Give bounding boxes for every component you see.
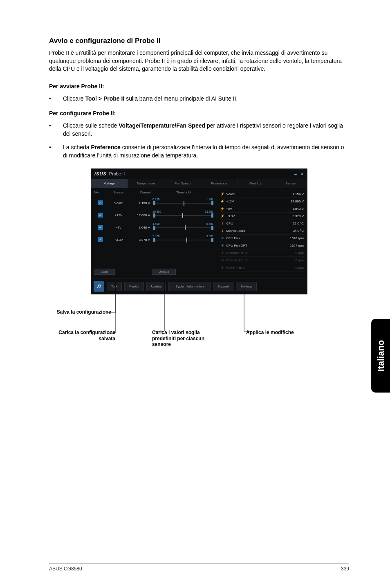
fan-icon: ✳ [220,236,224,240]
config-bullet-1: Cliccare sulle schede Voltage/Temperatur… [63,121,349,138]
tab-fan-speed[interactable]: Fan Speed [164,179,201,188]
monitor-button[interactable]: Monitor [124,282,144,291]
fan-icon: ✳ [220,244,224,247]
threshold-slider[interactable]: 2.970 3.631 [152,235,214,244]
threshold-slider[interactable]: 10.200 13.801 [152,211,214,220]
language-side-tab: Italiano [371,319,390,393]
tool-button[interactable]: Tool [107,282,122,291]
col-threshold: Threshold [152,191,214,194]
footer-page-number: 339 [341,566,349,572]
start-label: Per avviare Probe II: [49,83,349,90]
fan-icon: ✳ [220,251,224,255]
window-title: Probe II [109,171,125,176]
metric-row-disabled: ✳Chassis Fan 20 rpm [220,257,304,264]
bolt-icon: ⚡ [220,200,224,203]
brand-logo: /SUS [94,171,107,176]
probe-window: /SUS Probe II – × Voltage Temperature Fa… [91,168,307,294]
annotation-default: Carica i valori soglia predefiniti per c… [152,330,222,347]
metric-row-disabled: ✳Chassis Fan 10 rpm [220,249,304,257]
annotation-load: Carica la configurazione salvata [46,330,115,341]
metric-row: 🌡MotherBoard34.0 ºC [220,227,304,235]
fan-icon: ✳ [220,258,224,262]
bolt-icon: ⚡ [220,207,224,211]
bolt-icon: ⚡ [220,214,224,218]
config-bullet-2: La scheda Preference consente di persona… [63,143,349,160]
metric-row: ⚡Vcore1.154 V [220,191,304,198]
alert-checkbox[interactable]: ✓ [98,225,103,230]
col-alert: Alert [94,191,108,194]
sensor-row: ✓ +12V 12.000 V 10.200 13.801 [94,209,214,221]
metric-row: ✳CPU Fan1578 rpm [220,235,304,242]
alert-checkbox[interactable]: ✓ [98,213,103,218]
col-current: Current [130,191,152,194]
load-button[interactable]: Load [94,269,115,275]
metric-row: ✳CPU Fan OPT1367 rpm [220,242,304,249]
sensor-row: ✓ +3.3V 3.378 V 2.970 3.631 [94,233,214,246]
metric-row: ⚡+3.3V3.378 V [220,213,304,220]
bullet-dot: • [49,143,63,160]
bullet-dot: • [49,94,63,103]
annotation-apply: Applica le modifiche [246,330,295,335]
close-icon[interactable]: × [300,171,304,177]
threshold-slider[interactable]: 0.250 1.991 [152,198,214,207]
support-button[interactable]: Support [213,282,233,291]
alert-checkbox[interactable]: ✓ [98,200,103,205]
metric-row: ⚡+12V12.006 V [220,198,304,205]
tab-voltage[interactable]: Voltage [91,179,128,188]
intro-paragraph: Probe II è un'utilità per monitorare i c… [49,49,349,73]
ai-suite-logo-icon[interactable]: Л [94,281,104,292]
start-bullet: Cliccare Tool > Probe II sulla barra del… [63,94,349,103]
bolt-icon: ⚡ [220,192,224,196]
sensor-panel-label: Sensor [274,179,307,188]
threshold-slider[interactable]: 4.500 5.501 [152,223,214,232]
section-heading: Avvio e configurazione di Probe II [49,37,349,45]
config-label: Per configurare Probe II: [49,110,349,117]
metric-row: ⚡+5V5.040 V [220,205,304,213]
minimize-icon[interactable]: – [294,171,297,177]
default-button[interactable]: Default [152,269,176,275]
footer-model: ASUS CG8580 [49,566,82,572]
sensor-row: ✓ Vcore 1.150 V 0.250 1.991 [94,197,214,209]
bullet-dot: • [49,121,63,138]
tab-temperature[interactable]: Temperature [128,179,165,188]
system-info-button[interactable]: System Information [168,282,211,291]
thermometer-icon: 🌡 [220,222,224,225]
metric-row: 🌡CPU31.0 ºC [220,220,304,227]
annotation-save: Salva la configurazione [46,309,111,315]
fan-icon: ✳ [220,266,224,269]
alert-checkbox[interactable]: ✓ [98,237,103,242]
sensor-row: ✓ +3V 3.040 V 4.500 5.501 [94,221,214,233]
tab-preference[interactable]: Preference [201,179,238,188]
update-button[interactable]: Update [146,282,166,291]
settings-button[interactable]: Settings [236,282,257,291]
thermometer-icon: 🌡 [220,229,224,233]
metric-row-disabled: ✳Power Fan 10 rpm [220,264,304,272]
tab-alert-log[interactable]: Alert Log [238,179,274,188]
col-sensor: Sensor [108,191,130,194]
